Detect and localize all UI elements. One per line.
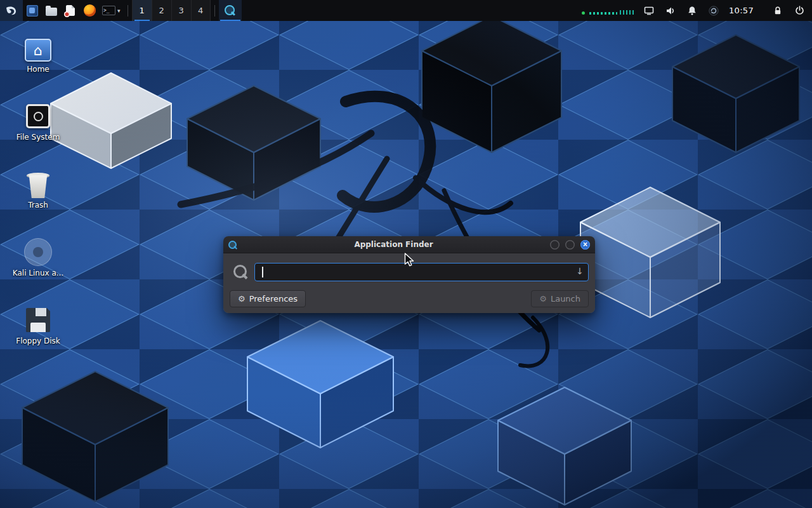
firefox-launcher[interactable] [80, 0, 99, 21]
lock-icon[interactable] [771, 4, 784, 17]
launch-icon: ⚙ [539, 295, 547, 303]
window-controls: × [550, 240, 590, 250]
taskbar-app-finder-button[interactable] [219, 0, 242, 21]
panel-left: >_ ▾ 1 2 3 4 [0, 0, 242, 21]
launch-button[interactable]: ⚙ Launch [531, 290, 589, 307]
files-launcher[interactable] [42, 0, 61, 21]
desktop-icon-label: Trash [28, 201, 48, 210]
desktop-icon-floppy-disk[interactable]: Floppy Disk [5, 305, 71, 373]
window-titlebar[interactable]: Application Finder × [223, 236, 595, 253]
terminal-launcher[interactable]: >_ ▾ [99, 0, 124, 21]
logout-power-icon[interactable] [793, 4, 806, 17]
workspace-button-1[interactable]: 1 [132, 0, 152, 21]
minimize-button[interactable] [550, 240, 560, 250]
window-title: Application Finder [237, 240, 550, 249]
desktop-icon-label: Home [27, 65, 49, 74]
panel-separator [214, 5, 215, 17]
close-button[interactable]: × [580, 240, 590, 250]
launch-label: Launch [551, 294, 580, 304]
panel-right: 10:57 [582, 0, 812, 21]
home-icon: ⌂ [25, 39, 51, 62]
cpu-graph-ticks-2 [620, 10, 634, 15]
dialog-button-row: ⚙ Preferences ⚙ Launch [230, 290, 589, 307]
search-icon [233, 265, 249, 280]
desktop-icon-label: Kali Linux a... [13, 269, 63, 278]
clock[interactable]: 10:57 [729, 6, 754, 15]
kali-menu-button[interactable] [0, 0, 23, 21]
drive-icon [26, 104, 50, 128]
trash-cup [27, 175, 49, 198]
display-icon[interactable] [643, 4, 655, 17]
desktop-icon-home[interactable]: ⌂ Home [5, 33, 71, 101]
workspace-button-3[interactable]: 3 [171, 0, 191, 21]
volume-disc-icon [24, 238, 52, 266]
workspace-button-2[interactable]: 2 [152, 0, 171, 21]
workspace-button-4[interactable]: 4 [191, 0, 211, 21]
app-finder-window-icon [228, 240, 237, 249]
notifications-bell-icon[interactable] [686, 4, 698, 17]
chevron-down-icon[interactable]: ▾ [117, 8, 121, 14]
dropdown-arrow-icon[interactable]: ↓ [576, 266, 584, 276]
terminal-icon: >_ [102, 6, 115, 15]
desktop-icon-label: File System [16, 133, 60, 142]
panel-separator [128, 5, 128, 17]
house-glyph: ⌂ [34, 43, 43, 58]
search-row: ↓ [230, 263, 589, 281]
file-manager-icon [27, 5, 38, 17]
search-entry-wrap: ↓ [254, 263, 589, 281]
maximize-button[interactable] [565, 240, 575, 250]
updates-icon[interactable] [707, 4, 720, 17]
document-icon [66, 5, 75, 16]
terminal-prompt-glyph: >_ [103, 8, 110, 13]
desktop-icon-kali-volume[interactable]: Kali Linux a... [5, 237, 71, 305]
cpu-graph-ticks [589, 12, 617, 15]
close-icon: × [583, 241, 587, 248]
text-caret [262, 267, 263, 277]
text-editor-launcher[interactable] [61, 0, 80, 21]
firefox-icon [84, 4, 96, 17]
top-panel: >_ ▾ 1 2 3 4 [0, 0, 812, 21]
search-input[interactable] [254, 263, 589, 281]
floppy-icon [26, 308, 50, 332]
cpu-graph[interactable] [582, 4, 634, 17]
workspace-switcher: 1 2 3 4 [132, 0, 211, 21]
gear-icon: ⚙ [238, 295, 246, 303]
desktop-icon-file-system[interactable]: File System [5, 101, 71, 169]
kali-logo-icon [4, 4, 18, 18]
desktop-icon-label: Floppy Disk [16, 337, 60, 346]
application-finder-window: Application Finder × ↓ ⚙ Preferences ⚙ [223, 236, 595, 313]
desktop-icon-column: ⌂ Home File System Trash Kali Linux a...… [5, 33, 71, 373]
desktop-icon-trash[interactable]: Trash [5, 169, 71, 237]
preferences-label: Preferences [249, 294, 298, 304]
dialog-body: ↓ ⚙ Preferences ⚙ Launch [223, 253, 595, 313]
trash-icon [27, 173, 49, 198]
file-manager-launcher[interactable] [23, 0, 42, 21]
volume-icon[interactable] [664, 4, 677, 17]
status-dot [582, 11, 585, 15]
folder-icon [46, 8, 57, 16]
search-icon [225, 5, 236, 17]
preferences-button[interactable]: ⚙ Preferences [230, 290, 306, 307]
